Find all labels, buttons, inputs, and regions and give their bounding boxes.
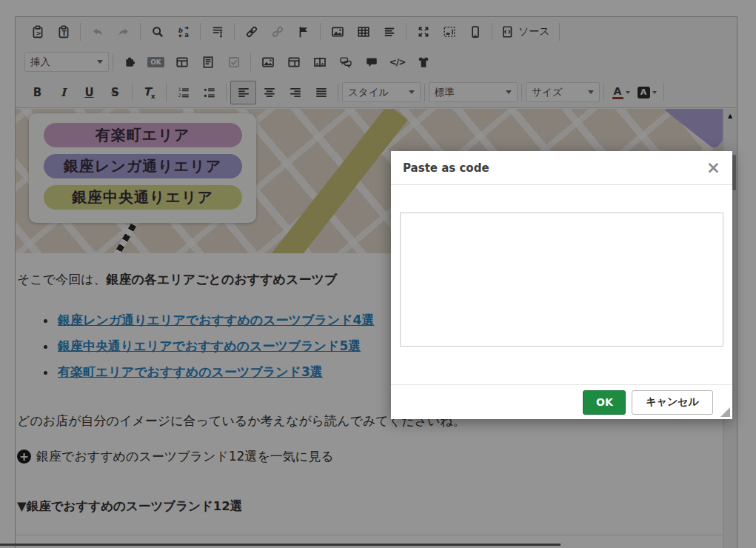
close-icon[interactable]: ×: [706, 159, 720, 176]
ok-button[interactable]: OK: [583, 390, 626, 415]
dialog-resize-handle[interactable]: [720, 407, 730, 417]
dialog-title: Paste as code: [403, 161, 489, 175]
dialog-footer: OK キャンセル: [391, 384, 732, 419]
page-root: { "colors": { "overlay": "rgba(0,0,0,0.4…: [0, 0, 756, 548]
code-paste-textarea[interactable]: [400, 213, 723, 347]
dialog-header: Paste as code ×: [391, 151, 732, 185]
dialog-body: [391, 185, 732, 350]
cancel-button[interactable]: キャンセル: [632, 390, 713, 415]
paste-as-code-dialog: Paste as code × OK キャンセル: [391, 151, 732, 419]
